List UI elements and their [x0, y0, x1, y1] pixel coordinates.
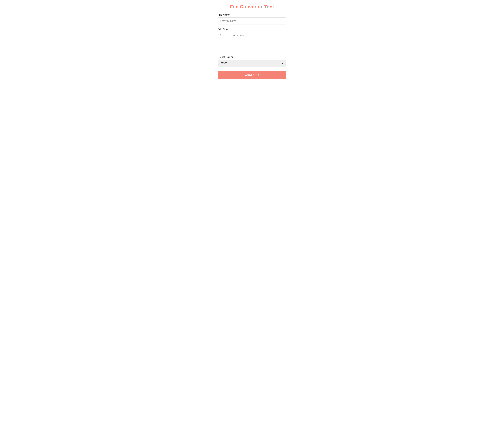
- page-title: File Converter Tool: [218, 4, 286, 9]
- select-format-label: Select Format: [218, 56, 286, 59]
- select-format-group: Select Format TEXT: [218, 56, 286, 67]
- file-content-textarea[interactable]: [218, 32, 286, 52]
- file-name-label: File Name: [218, 13, 286, 16]
- file-name-group: File Name: [218, 13, 286, 25]
- file-content-group: File Content: [218, 28, 286, 52]
- file-name-input[interactable]: [218, 17, 286, 25]
- file-content-label: File Content: [218, 28, 286, 31]
- convert-button[interactable]: Convert File: [218, 71, 286, 79]
- select-wrapper: TEXT: [218, 60, 286, 67]
- format-select[interactable]: TEXT: [218, 60, 286, 67]
